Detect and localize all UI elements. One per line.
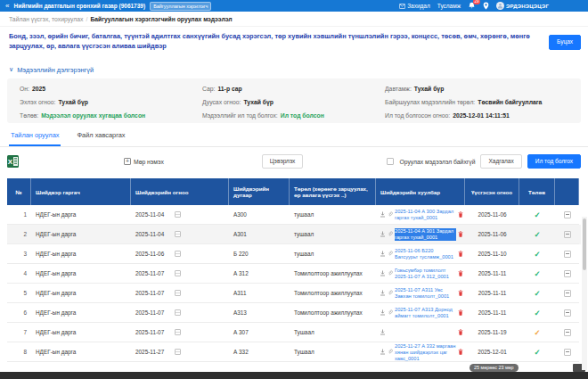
collapse-row-icon[interactable]: [564, 231, 571, 238]
type-cell[interactable]: тушаал: [290, 205, 376, 225]
attachment-link[interactable]: 2025-11-07 А313 Дорнод аймагт томилолт_0…: [395, 307, 456, 319]
collapse-row-icon[interactable]: [564, 329, 571, 336]
download-icon[interactable]: [380, 251, 386, 257]
delete-icon[interactable]: [458, 231, 463, 237]
help-menu[interactable]: Тусламж: [437, 3, 461, 9]
attachment-link[interactable]: 2025-11-07 А311 Увс Завхан томилолт_0001: [395, 287, 456, 300]
add-row-button[interactable]: + Мөр нэмэх: [124, 158, 164, 165]
status-check-icon: ✓: [534, 269, 540, 278]
upload-icon[interactable]: [380, 329, 386, 335]
delete-icon[interactable]: [458, 290, 463, 296]
download-icon[interactable]: [380, 270, 386, 276]
type-cell[interactable]: Томилолтоор ажиллуулах: [290, 264, 376, 284]
breadcrumb-separator: /: [86, 16, 87, 22]
decider-cell[interactable]: НДЕГ-ын дарга: [31, 244, 131, 264]
download-icon[interactable]: [380, 349, 386, 355]
type-cell[interactable]: тушаал: [290, 225, 376, 244]
collapse-row-icon[interactable]: [564, 309, 571, 317]
decider-cell[interactable]: НДЕГ-ын дарга: [31, 205, 131, 225]
vertical-scrollbar[interactable]: [582, 217, 587, 370]
decision-date-cell[interactable]: 2025-11-04: [131, 205, 229, 225]
attachment-link[interactable]: 2025-11-04 А 301 Зардал гаргах тухай_000…: [395, 228, 456, 241]
decider-cell[interactable]: НДЕГ-ын дарга: [31, 264, 131, 284]
decider-cell[interactable]: НДЕГ-ын дарга: [31, 303, 131, 323]
type-cell[interactable]: тушаал: [290, 244, 376, 264]
decision-no-cell[interactable]: А313: [229, 303, 290, 323]
decision-no-cell[interactable]: А 312: [229, 264, 290, 284]
download-icon[interactable]: [380, 211, 386, 218]
attachment-link[interactable]: 2025-11-06 Б220 Батсуурьт тусламж_0001: [395, 248, 456, 260]
vertical-scrollbar-thumb[interactable]: [583, 218, 586, 270]
no-data-checkbox[interactable]: [387, 158, 394, 165]
calendar-icon[interactable]: [175, 211, 181, 218]
calendar-icon[interactable]: [175, 231, 181, 237]
decider-cell[interactable]: НДЕГ-ын дарга: [31, 342, 131, 362]
delete-icon[interactable]: [458, 211, 463, 218]
decision-no-cell[interactable]: Б 220: [229, 244, 290, 264]
decision-date-cell[interactable]: 2025-11-06: [131, 244, 229, 264]
delete-icon[interactable]: [458, 329, 463, 335]
publish-button[interactable]: Ил тод болгох: [527, 154, 581, 169]
breadcrumb-parent-link[interactable]: Тайлан үүсгэх, тохируулах: [9, 16, 83, 22]
field-label: Сар:: [202, 86, 215, 92]
details-section-title: Мэдээллийн дэлгэрэнгүй: [17, 66, 94, 74]
collapse-row-icon[interactable]: [564, 270, 571, 277]
details-section-toggle[interactable]: ∨ Мэдээллийн дэлгэрэнгүй: [0, 54, 588, 78]
attachment-link[interactable]: 2025-11-27 А 332 маргаан хянан шийдвэрлэ…: [395, 343, 456, 361]
type-cell[interactable]: Томилолтоор ажиллуулах: [290, 284, 376, 303]
calendar-icon[interactable]: [175, 251, 181, 257]
table-row: 1 НДЕГ-ын дарга 2025-11-04 А300 тушаал 2…: [7, 205, 581, 225]
decision-date-cell[interactable]: 2025-11-04: [131, 225, 229, 244]
type-cell[interactable]: Тушаал: [290, 342, 376, 362]
location-icon[interactable]: [483, 2, 489, 10]
decision-no-cell[interactable]: А301: [229, 225, 290, 244]
download-icon[interactable]: [380, 290, 386, 296]
calendar-icon[interactable]: [175, 290, 181, 296]
paperclip-icon: [388, 251, 393, 257]
decision-date-cell[interactable]: 2025-11-07: [131, 323, 229, 342]
download-icon[interactable]: [380, 231, 386, 237]
decision-date-cell[interactable]: 2025-11-07: [131, 264, 229, 284]
user-menu[interactable]: ЭРДЭНЭЦЭЦЭГ: [496, 2, 549, 10]
no-data-checkbox-label[interactable]: Оруулах мэдээлэл байхгүй: [399, 159, 475, 165]
calendar-icon[interactable]: [175, 349, 181, 355]
decision-date-cell[interactable]: 2025-11-07: [131, 303, 229, 323]
delete-icon[interactable]: [458, 349, 463, 355]
calendar-icon[interactable]: [175, 329, 181, 335]
decision-no-cell[interactable]: А311: [229, 284, 290, 303]
decision-date-cell[interactable]: 2025-11-27: [131, 342, 229, 362]
decision-date-cell[interactable]: 2025-11-07: [131, 284, 229, 303]
row-number: 7: [7, 323, 31, 342]
decider-cell[interactable]: НДЕГ-ын дарга: [31, 284, 131, 303]
notifications-button[interactable]: 29: [468, 2, 476, 10]
decider-cell[interactable]: НДЕГ-ын дарга: [31, 323, 131, 342]
decider-cell[interactable]: НДЕГ-ын дарга: [31, 225, 131, 244]
excel-export-icon[interactable]: X: [7, 155, 19, 168]
notification-count-badge: 29: [473, 0, 480, 4]
mail-menu[interactable]: Захидал: [399, 3, 430, 9]
tab-report-entry[interactable]: Тайлан оруулах: [9, 131, 61, 146]
clear-button[interactable]: Цэвэрлэх: [262, 154, 304, 169]
collapse-row-icon[interactable]: [564, 349, 571, 356]
type-cell[interactable]: Томилолтоор ажиллуулах: [290, 303, 376, 323]
back-button[interactable]: Буцах: [549, 35, 581, 50]
tab-attach-file[interactable]: Файл хавсаргах: [75, 131, 127, 146]
download-icon[interactable]: [380, 309, 386, 316]
calendar-icon[interactable]: [175, 270, 181, 276]
decision-no-cell[interactable]: А300: [229, 205, 290, 225]
delete-icon[interactable]: [458, 309, 463, 316]
delete-icon[interactable]: [458, 251, 463, 257]
decision-no-cell[interactable]: А 332: [229, 342, 290, 362]
sidebar-collapse-icon[interactable]: «: [5, 3, 9, 10]
type-cell[interactable]: Тушаал: [290, 323, 376, 342]
delete-icon[interactable]: [458, 270, 463, 276]
collapse-row-icon[interactable]: [564, 290, 571, 297]
collapse-row-icon[interactable]: [564, 251, 571, 258]
calendar-icon[interactable]: [175, 309, 181, 316]
decision-no-cell[interactable]: А 307: [229, 323, 290, 342]
horizontal-scrollbar[interactable]: [0, 372, 588, 379]
attachment-link[interactable]: Говьсүмбэр томилолт 2025-11-07 А 312_000…: [395, 268, 456, 280]
save-button[interactable]: Хадгалах: [480, 154, 521, 169]
attachment-link[interactable]: 2025-11-04 А 300 Зардал гаргах тухай_000…: [395, 209, 456, 221]
collapse-row-icon[interactable]: [564, 211, 571, 218]
